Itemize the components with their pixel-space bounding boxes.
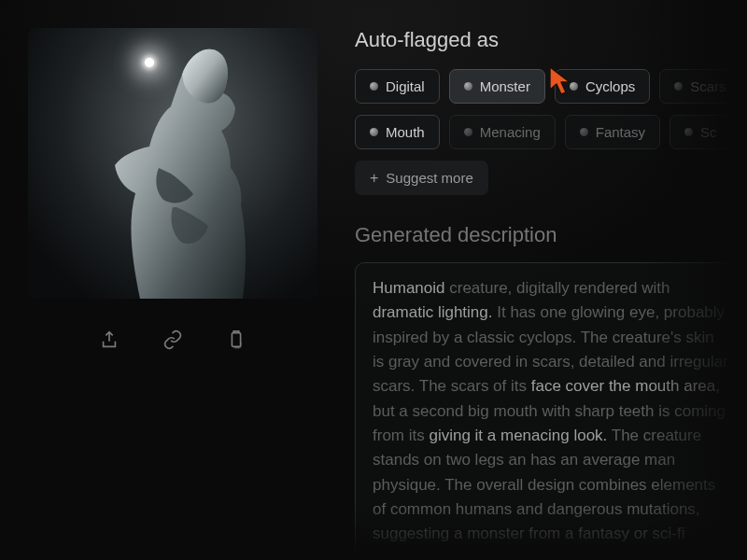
tag-cyclops[interactable]: Cyclops — [555, 69, 650, 104]
tag-mouth[interactable]: Mouth — [355, 115, 440, 149]
plus-icon: + — [370, 171, 378, 186]
tag-dot-icon — [464, 82, 472, 91]
tag-label: Digital — [386, 78, 425, 94]
tag-dot-icon — [464, 128, 472, 136]
tag-monster[interactable]: Monster — [449, 69, 545, 104]
tag-dot-icon — [370, 82, 378, 91]
svg-rect-0 — [232, 333, 240, 347]
tag-label: Sc — [700, 124, 717, 140]
tag-dot-icon — [570, 82, 578, 91]
description-box: Humanoid creature, digitally rendered wi… — [355, 262, 747, 560]
link-icon[interactable] — [160, 327, 186, 353]
tag-list: DigitalMonsterCyclopsScars MouthMenacing… — [355, 69, 747, 149]
preview-image[interactable] — [28, 28, 317, 299]
tag-scars[interactable]: Scars — [659, 69, 740, 104]
tag-fantasy[interactable]: Fantasy — [565, 115, 660, 149]
tag-label: Fantasy — [596, 124, 645, 140]
description-title: Generated description — [355, 223, 747, 247]
tag-label: Menacing — [480, 124, 541, 140]
tag-dot-icon — [580, 128, 588, 136]
share-icon[interactable] — [96, 327, 122, 353]
tag-label: Mouth — [386, 124, 425, 140]
tag-digital[interactable]: Digital — [355, 69, 440, 104]
suggest-label: Suggest more — [386, 170, 472, 186]
tag-label: Cyclops — [585, 78, 635, 94]
tag-label: Monster — [480, 78, 530, 94]
description-text: Humanoid creature, digitally rendered wi… — [373, 276, 729, 560]
tag-sc[interactable]: Sc — [669, 115, 732, 149]
tag-menacing[interactable]: Menacing — [449, 115, 556, 149]
tag-label: Scars — [690, 78, 726, 94]
autoflag-title: Auto-flagged as — [355, 28, 747, 52]
tag-dot-icon — [674, 82, 683, 91]
tag-dot-icon — [684, 128, 693, 136]
clipboard-icon[interactable] — [223, 327, 249, 353]
suggest-more-button[interactable]: + Suggest more — [355, 161, 488, 195]
tag-dot-icon — [370, 128, 378, 136]
